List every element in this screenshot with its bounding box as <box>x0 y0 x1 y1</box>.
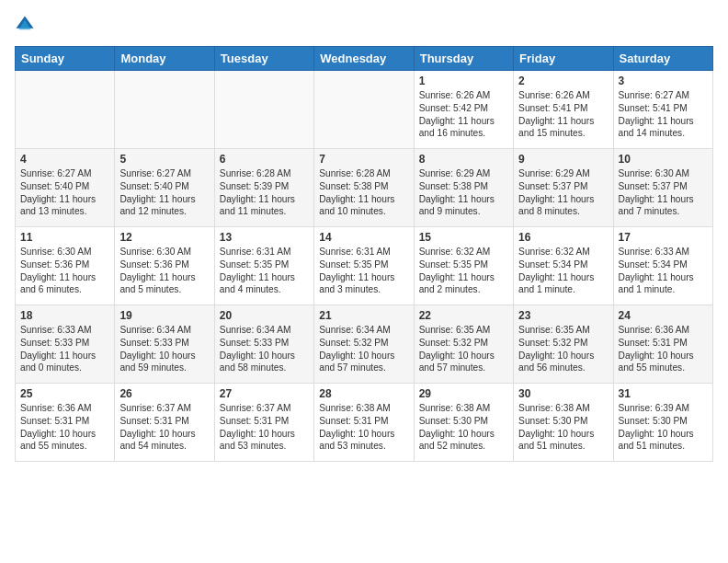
calendar-cell <box>214 71 313 149</box>
day-info: Sunrise: 6:27 AM Sunset: 5:40 PM Dayligh… <box>20 167 109 218</box>
day-info: Sunrise: 6:28 AM Sunset: 5:38 PM Dayligh… <box>319 167 408 218</box>
calendar-cell: 11Sunrise: 6:30 AM Sunset: 5:36 PM Dayli… <box>16 227 115 305</box>
calendar-cell: 14Sunrise: 6:31 AM Sunset: 5:35 PM Dayli… <box>314 227 414 305</box>
day-info: Sunrise: 6:27 AM Sunset: 5:40 PM Dayligh… <box>119 167 209 218</box>
calendar-cell <box>314 71 414 149</box>
calendar-cell: 28Sunrise: 6:38 AM Sunset: 5:31 PM Dayli… <box>314 384 414 462</box>
day-number: 31 <box>619 387 708 400</box>
day-number: 18 <box>20 309 109 322</box>
day-info: Sunrise: 6:29 AM Sunset: 5:37 PM Dayligh… <box>518 167 608 218</box>
page-header <box>15 15 713 35</box>
day-number: 5 <box>119 153 209 166</box>
day-number: 16 <box>518 231 608 244</box>
logo <box>15 15 39 35</box>
day-number: 2 <box>518 75 608 87</box>
calendar-week-row: 25Sunrise: 6:36 AM Sunset: 5:31 PM Dayli… <box>16 384 713 462</box>
day-info: Sunrise: 6:31 AM Sunset: 5:35 PM Dayligh… <box>220 246 309 296</box>
calendar-cell: 1Sunrise: 6:26 AM Sunset: 5:42 PM Daylig… <box>414 71 513 149</box>
calendar-cell: 15Sunrise: 6:32 AM Sunset: 5:35 PM Dayli… <box>414 227 513 305</box>
calendar-week-row: 18Sunrise: 6:33 AM Sunset: 5:33 PM Dayli… <box>16 305 713 384</box>
calendar-cell: 18Sunrise: 6:33 AM Sunset: 5:33 PM Dayli… <box>16 305 115 384</box>
calendar-week-row: 1Sunrise: 6:26 AM Sunset: 5:42 PM Daylig… <box>16 71 713 149</box>
calendar-cell: 26Sunrise: 6:37 AM Sunset: 5:31 PM Dayli… <box>115 384 214 462</box>
day-number: 14 <box>319 231 408 244</box>
day-number: 25 <box>20 387 109 400</box>
day-number: 26 <box>119 387 209 400</box>
calendar-cell: 3Sunrise: 6:27 AM Sunset: 5:41 PM Daylig… <box>613 71 712 149</box>
day-info: Sunrise: 6:35 AM Sunset: 5:32 PM Dayligh… <box>419 324 508 374</box>
day-number: 11 <box>20 231 109 244</box>
calendar-cell: 6Sunrise: 6:28 AM Sunset: 5:39 PM Daylig… <box>214 149 313 227</box>
weekday-header-row: SundayMondayTuesdayWednesdayThursdayFrid… <box>16 47 713 71</box>
calendar-cell <box>16 71 115 149</box>
day-info: Sunrise: 6:34 AM Sunset: 5:32 PM Dayligh… <box>319 324 408 374</box>
calendar-cell: 20Sunrise: 6:34 AM Sunset: 5:33 PM Dayli… <box>214 305 313 384</box>
calendar-cell: 2Sunrise: 6:26 AM Sunset: 5:41 PM Daylig… <box>514 71 613 149</box>
day-number: 17 <box>619 231 708 244</box>
day-number: 29 <box>419 387 508 400</box>
day-info: Sunrise: 6:30 AM Sunset: 5:36 PM Dayligh… <box>119 246 209 296</box>
day-info: Sunrise: 6:35 AM Sunset: 5:32 PM Dayligh… <box>518 324 608 374</box>
day-info: Sunrise: 6:36 AM Sunset: 5:31 PM Dayligh… <box>619 324 708 374</box>
day-number: 21 <box>319 309 408 322</box>
day-number: 13 <box>220 231 309 244</box>
day-number: 30 <box>518 387 608 400</box>
calendar-cell: 23Sunrise: 6:35 AM Sunset: 5:32 PM Dayli… <box>514 305 613 384</box>
weekday-header-friday: Friday <box>514 47 613 71</box>
calendar-cell: 29Sunrise: 6:38 AM Sunset: 5:30 PM Dayli… <box>414 384 513 462</box>
weekday-header-monday: Monday <box>115 47 214 71</box>
calendar-cell: 4Sunrise: 6:27 AM Sunset: 5:40 PM Daylig… <box>16 149 115 227</box>
calendar-cell: 17Sunrise: 6:33 AM Sunset: 5:34 PM Dayli… <box>613 227 712 305</box>
calendar-cell <box>115 71 214 149</box>
day-info: Sunrise: 6:38 AM Sunset: 5:30 PM Dayligh… <box>419 402 508 453</box>
day-info: Sunrise: 6:34 AM Sunset: 5:33 PM Dayligh… <box>119 324 209 374</box>
day-number: 1 <box>419 75 508 87</box>
day-info: Sunrise: 6:31 AM Sunset: 5:35 PM Dayligh… <box>319 246 408 296</box>
calendar-cell: 12Sunrise: 6:30 AM Sunset: 5:36 PM Dayli… <box>115 227 214 305</box>
day-info: Sunrise: 6:38 AM Sunset: 5:31 PM Dayligh… <box>319 402 408 453</box>
day-number: 10 <box>619 153 708 166</box>
day-info: Sunrise: 6:32 AM Sunset: 5:34 PM Dayligh… <box>518 246 608 296</box>
calendar-cell: 10Sunrise: 6:30 AM Sunset: 5:37 PM Dayli… <box>613 149 712 227</box>
weekday-header-saturday: Saturday <box>613 47 712 71</box>
calendar-cell: 30Sunrise: 6:38 AM Sunset: 5:30 PM Dayli… <box>514 384 613 462</box>
day-info: Sunrise: 6:32 AM Sunset: 5:35 PM Dayligh… <box>419 246 508 296</box>
day-info: Sunrise: 6:26 AM Sunset: 5:42 PM Dayligh… <box>419 89 508 140</box>
calendar-cell: 22Sunrise: 6:35 AM Sunset: 5:32 PM Dayli… <box>414 305 513 384</box>
day-info: Sunrise: 6:30 AM Sunset: 5:36 PM Dayligh… <box>20 246 109 296</box>
day-number: 15 <box>419 231 508 244</box>
calendar-cell: 19Sunrise: 6:34 AM Sunset: 5:33 PM Dayli… <box>115 305 214 384</box>
calendar-cell: 13Sunrise: 6:31 AM Sunset: 5:35 PM Dayli… <box>214 227 313 305</box>
calendar-cell: 8Sunrise: 6:29 AM Sunset: 5:38 PM Daylig… <box>414 149 513 227</box>
weekday-header-sunday: Sunday <box>16 47 115 71</box>
weekday-header-thursday: Thursday <box>414 47 513 71</box>
day-number: 23 <box>518 309 608 322</box>
calendar-cell: 27Sunrise: 6:37 AM Sunset: 5:31 PM Dayli… <box>214 384 313 462</box>
calendar-cell: 7Sunrise: 6:28 AM Sunset: 5:38 PM Daylig… <box>314 149 414 227</box>
day-info: Sunrise: 6:27 AM Sunset: 5:41 PM Dayligh… <box>619 89 708 140</box>
day-number: 28 <box>319 387 408 400</box>
day-info: Sunrise: 6:33 AM Sunset: 5:33 PM Dayligh… <box>20 324 109 374</box>
day-info: Sunrise: 6:37 AM Sunset: 5:31 PM Dayligh… <box>220 402 309 453</box>
calendar-week-row: 11Sunrise: 6:30 AM Sunset: 5:36 PM Dayli… <box>16 227 713 305</box>
day-number: 24 <box>619 309 708 322</box>
day-number: 4 <box>20 153 109 166</box>
day-info: Sunrise: 6:38 AM Sunset: 5:30 PM Dayligh… <box>518 402 608 453</box>
calendar-cell: 9Sunrise: 6:29 AM Sunset: 5:37 PM Daylig… <box>514 149 613 227</box>
day-info: Sunrise: 6:34 AM Sunset: 5:33 PM Dayligh… <box>220 324 309 374</box>
day-number: 8 <box>419 153 508 166</box>
day-info: Sunrise: 6:37 AM Sunset: 5:31 PM Dayligh… <box>119 402 209 453</box>
day-number: 7 <box>319 153 408 166</box>
day-info: Sunrise: 6:33 AM Sunset: 5:34 PM Dayligh… <box>619 246 708 296</box>
calendar-cell: 21Sunrise: 6:34 AM Sunset: 5:32 PM Dayli… <box>314 305 414 384</box>
day-number: 27 <box>220 387 309 400</box>
day-number: 22 <box>419 309 508 322</box>
calendar-cell: 24Sunrise: 6:36 AM Sunset: 5:31 PM Dayli… <box>613 305 712 384</box>
weekday-header-wednesday: Wednesday <box>314 47 414 71</box>
day-info: Sunrise: 6:28 AM Sunset: 5:39 PM Dayligh… <box>220 167 309 218</box>
calendar-cell: 5Sunrise: 6:27 AM Sunset: 5:40 PM Daylig… <box>115 149 214 227</box>
day-info: Sunrise: 6:30 AM Sunset: 5:37 PM Dayligh… <box>619 167 708 218</box>
day-number: 19 <box>119 309 209 322</box>
logo-icon <box>15 15 35 35</box>
day-number: 20 <box>220 309 309 322</box>
